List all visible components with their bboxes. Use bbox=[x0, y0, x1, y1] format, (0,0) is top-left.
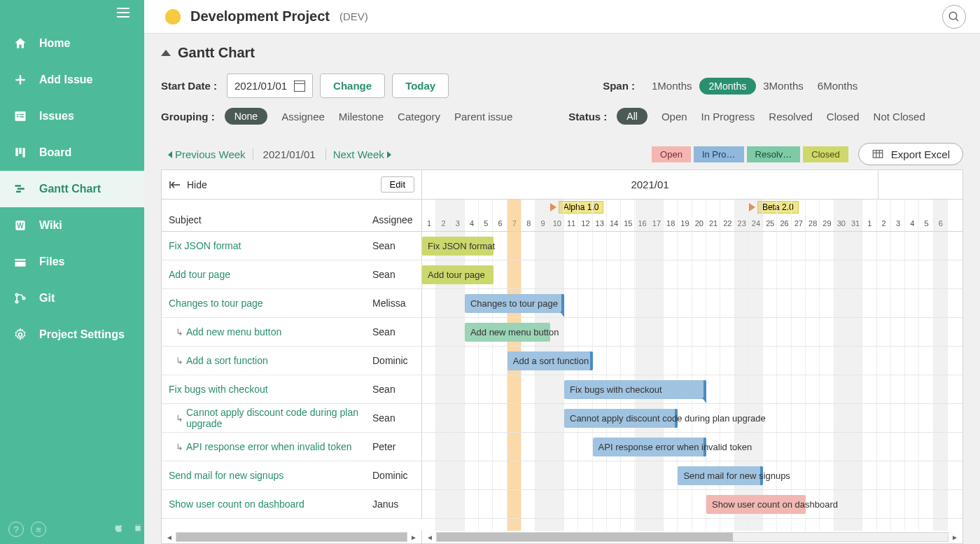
grouping-option-parent-issue[interactable]: Parent issue bbox=[447, 111, 519, 123]
sidebar-item-wiki[interactable]: WWiki bbox=[0, 207, 144, 244]
span-option-3months[interactable]: 3Months bbox=[756, 80, 811, 92]
task-subject[interactable]: ↳ Cannot apply discount code during plan… bbox=[169, 407, 372, 429]
task-subject[interactable]: ↳ API response error when invalid token bbox=[169, 441, 372, 452]
next-week[interactable]: Next Week bbox=[326, 148, 398, 160]
apple-icon[interactable] bbox=[112, 522, 125, 537]
sidebar-item-files[interactable]: Files bbox=[0, 244, 144, 280]
status-option-resolved[interactable]: Resolved bbox=[762, 111, 820, 123]
export-excel-button[interactable]: Export Excel bbox=[858, 143, 963, 165]
task-bar[interactable]: Add a sort function bbox=[507, 351, 593, 370]
day-label: 16 bbox=[635, 200, 649, 231]
legend-open: Open bbox=[652, 146, 691, 162]
subtask-arrow-icon: ↳ bbox=[176, 356, 183, 366]
sidebar-item-add-issue[interactable]: Add Issue bbox=[0, 62, 144, 98]
collapse-icon[interactable] bbox=[161, 50, 171, 56]
collapse-left-icon[interactable] bbox=[169, 180, 181, 190]
scroll-right-icon[interactable]: ► bbox=[409, 533, 419, 541]
today-button[interactable]: Today bbox=[392, 74, 449, 98]
day-label: 7 bbox=[507, 200, 522, 231]
task-bar[interactable]: Changes to tour page bbox=[465, 294, 564, 313]
milestone-beta-2-0[interactable]: Beta 2.0 bbox=[749, 201, 799, 214]
task-bar[interactable]: Add tour page bbox=[422, 265, 493, 284]
change-button[interactable]: Change bbox=[320, 74, 385, 98]
task-bar[interactable]: Fix bugs with checkout bbox=[564, 380, 706, 399]
scroll-left-icon[interactable]: ◄ bbox=[164, 533, 174, 541]
main: Development Project (DEV) Gantt Chart St… bbox=[144, 0, 980, 544]
day-label: 8 bbox=[522, 200, 536, 231]
status-option-closed[interactable]: Closed bbox=[820, 111, 867, 123]
task-row: ↳ Add new menu buttonSeanAdd new menu bu… bbox=[162, 318, 962, 347]
grouping-option-category[interactable]: Category bbox=[391, 111, 447, 123]
grouping-active[interactable]: None bbox=[225, 108, 267, 125]
sidebar-item-git[interactable]: Git bbox=[0, 280, 144, 316]
sidebar-item-gantt[interactable]: Gantt Chart bbox=[0, 171, 144, 207]
prev-week[interactable]: Previous Week bbox=[161, 148, 253, 160]
sidebar-item-home[interactable]: Home bbox=[0, 25, 144, 62]
task-bar[interactable]: API response error when invalid token bbox=[593, 438, 706, 456]
wiki-icon: W bbox=[13, 218, 28, 233]
sidebar-item-settings[interactable]: Project Settings bbox=[0, 316, 144, 353]
search-icon[interactable] bbox=[942, 5, 966, 29]
task-subject[interactable]: Add tour page bbox=[169, 269, 372, 280]
task-subject[interactable]: Changes to tour page bbox=[169, 298, 372, 309]
scrollbar-row: ◄ ► ◄ ► bbox=[162, 531, 962, 543]
span-option-6months[interactable]: 6Months bbox=[811, 80, 865, 92]
task-bar[interactable]: Cannot apply discount code during plan u… bbox=[564, 409, 678, 428]
task-assignee: Sean bbox=[372, 412, 414, 424]
milestone-alpha-1-0[interactable]: Alpha 1.0 bbox=[550, 201, 604, 214]
subtask-arrow-icon: ↳ bbox=[176, 442, 183, 452]
gantt-chart: Hide Edit 2021/01 Subject Assignee 12345… bbox=[161, 169, 963, 544]
day-label: 23 bbox=[735, 200, 749, 231]
subtask-arrow-icon: ↳ bbox=[176, 413, 183, 424]
task-assignee: Sean bbox=[372, 326, 414, 337]
left-scrollbar[interactable] bbox=[176, 532, 407, 542]
day-label: 29 bbox=[820, 200, 834, 231]
status-legend: Open In Pro… Resolv… Closed bbox=[652, 146, 848, 162]
day-label: 2 bbox=[436, 200, 450, 231]
grouping-option-assignee[interactable]: Assignee bbox=[274, 111, 332, 123]
android-icon[interactable] bbox=[132, 522, 144, 537]
svg-rect-24 bbox=[135, 526, 141, 531]
start-date-input[interactable]: 2021/01/01 bbox=[227, 74, 313, 98]
sidebar-item-board[interactable]: Board bbox=[0, 134, 144, 171]
help-icon[interactable]: ? bbox=[8, 522, 24, 537]
status-label: Status : bbox=[568, 111, 607, 123]
task-subject[interactable]: Show user count on dashboard bbox=[169, 498, 372, 510]
task-bar[interactable]: Fix JSON format bbox=[422, 237, 493, 256]
grouping-option-milestone[interactable]: Milestone bbox=[332, 111, 391, 123]
control-row-2: Grouping : None AssigneeMilestoneCategor… bbox=[161, 108, 963, 125]
status-option-open[interactable]: Open bbox=[654, 111, 694, 123]
task-assignee: Peter bbox=[372, 441, 414, 452]
task-subject[interactable]: ↳ Add a sort function bbox=[169, 355, 372, 366]
sidebar-item-issues[interactable]: Issues bbox=[0, 98, 144, 134]
svg-point-25 bbox=[136, 524, 137, 526]
task-subject[interactable]: Fix bugs with checkout bbox=[169, 384, 372, 395]
info-icon[interactable]: ≡ bbox=[31, 522, 46, 537]
svg-point-26 bbox=[139, 524, 141, 526]
task-bar[interactable]: Show user count on dashboard bbox=[706, 495, 806, 514]
gantt-icon bbox=[13, 181, 28, 197]
task-subject[interactable]: Fix JSON format bbox=[169, 240, 372, 251]
hide-label[interactable]: Hide bbox=[187, 179, 207, 190]
span-option-2months[interactable]: 2Months bbox=[699, 78, 757, 95]
status-active[interactable]: All bbox=[617, 108, 648, 125]
status-option-in-progress[interactable]: In Progress bbox=[694, 111, 762, 123]
edit-button[interactable]: Edit bbox=[381, 176, 414, 193]
svg-rect-12 bbox=[22, 148, 24, 157]
task-subject[interactable]: ↳ Add new menu button bbox=[169, 326, 372, 337]
git-icon bbox=[13, 291, 28, 306]
task-bar[interactable]: Send mail for new signups bbox=[678, 466, 763, 485]
issues-icon bbox=[13, 109, 28, 124]
timeline-scroll-right-icon[interactable]: ► bbox=[950, 531, 960, 543]
span-option-1months[interactable]: 1Months bbox=[645, 80, 699, 92]
task-subject[interactable]: Send mail for new signups bbox=[169, 470, 372, 481]
hamburger-icon[interactable] bbox=[0, 0, 144, 25]
status-option-not-closed[interactable]: Not Closed bbox=[867, 111, 932, 123]
task-assignee: Sean bbox=[372, 269, 414, 280]
day-label: 2 bbox=[877, 200, 891, 231]
timeline-scroll-left-icon[interactable]: ◄ bbox=[425, 531, 435, 543]
day-label: 9 bbox=[536, 200, 550, 231]
board-icon bbox=[13, 145, 28, 160]
timeline-scrollbar[interactable] bbox=[436, 532, 948, 542]
task-bar[interactable]: Add new menu button bbox=[465, 323, 550, 342]
